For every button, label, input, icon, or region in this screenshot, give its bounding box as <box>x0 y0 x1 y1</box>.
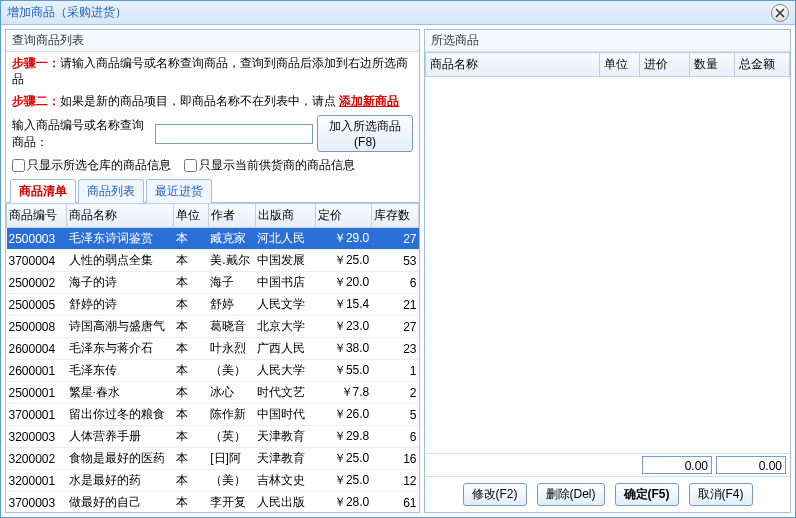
total-amount: 0.00 <box>716 456 786 474</box>
filter-warehouse[interactable]: 只显示所选仓库的商品信息 <box>12 157 171 174</box>
modify-button[interactable]: 修改(F2) <box>463 483 527 506</box>
column-header[interactable]: 商品编号 <box>7 204 67 228</box>
add-new-product-link[interactable]: 添加新商品 <box>339 94 399 108</box>
step1-label: 步骤一： <box>12 56 60 70</box>
table-row[interactable]: 2500003毛泽东诗词鉴赏本臧克家河北人民￥29.027 <box>7 228 419 250</box>
column-header[interactable]: 定价 <box>315 204 371 228</box>
search-panel: 查询商品列表 步骤一：请输入商品编号或名称查询商品，查询到商品后添加到右边所选商… <box>5 29 420 513</box>
product-grid[interactable]: 商品编号商品名称单位作者出版商定价库存数 2500003毛泽东诗词鉴赏本臧克家河… <box>6 203 419 512</box>
column-header[interactable]: 数量 <box>690 53 735 77</box>
search-row: 输入商品编号或名称查询商品： 加入所选商品(F8) <box>6 112 419 155</box>
table-row[interactable]: 2500002海子的诗本海子中国书店￥20.06 <box>7 272 419 294</box>
totals-row: 0.00 0.00 <box>425 453 790 476</box>
table-row[interactable]: 2500008诗国高潮与盛唐气本葛晓音北京大学￥23.027 <box>7 316 419 338</box>
search-label: 输入商品编号或名称查询商品： <box>12 117 151 151</box>
column-header[interactable]: 作者 <box>208 204 255 228</box>
column-header[interactable]: 进价 <box>640 53 690 77</box>
dialog-body: 查询商品列表 步骤一：请输入商品编号或名称查询商品，查询到商品后添加到右边所选商… <box>1 25 795 517</box>
total-qty: 0.00 <box>642 456 712 474</box>
column-header[interactable]: 总金额 <box>735 53 790 77</box>
step2: 步骤二：如果是新的商品项目，即商品名称不在列表中，请点 添加新商品 <box>6 90 419 112</box>
filter-supplier-checkbox[interactable] <box>184 159 197 172</box>
table-row[interactable]: 3200001水是最好的药本（美）吉林文史￥25.012 <box>7 470 419 492</box>
step1-text: 请输入商品编号或名称查询商品，查询到商品后添加到右边所选商品 <box>12 56 408 86</box>
search-panel-title: 查询商品列表 <box>6 30 419 52</box>
titlebar: 增加商品（采购进货） <box>1 1 795 25</box>
window-title: 增加商品（采购进货） <box>7 4 127 21</box>
close-button[interactable] <box>771 4 789 22</box>
table-row[interactable]: 2500001繁星·春水本冰心时代文艺￥7.82 <box>7 382 419 404</box>
table-row[interactable]: 3200003人体营养手册本（英）天津教育￥29.86 <box>7 426 419 448</box>
selected-panel: 所选商品 商品名称单位进价数量总金额 0.00 0.00 修改(F2) 删除(D… <box>424 29 791 513</box>
table-row[interactable]: 3700004人性的弱点全集本美.戴尔中国发展￥25.053 <box>7 250 419 272</box>
column-header[interactable]: 出版商 <box>255 204 315 228</box>
tab-recent-purchase[interactable]: 最近进货 <box>146 179 212 203</box>
table-row[interactable]: 2500005舒婷的诗本舒婷人民文学￥15.421 <box>7 294 419 316</box>
filter-warehouse-checkbox[interactable] <box>12 159 25 172</box>
step2-label: 步骤二： <box>12 94 60 108</box>
column-header[interactable]: 单位 <box>174 204 208 228</box>
search-input[interactable] <box>155 124 313 144</box>
tab-product-table[interactable]: 商品列表 <box>78 179 144 203</box>
dialog-window: 增加商品（采购进货） 查询商品列表 步骤一：请输入商品编号或名称查询商品，查询到… <box>0 0 796 518</box>
tabs: 商品清单 商品列表 最近进货 <box>6 178 419 203</box>
table-row[interactable]: 3700003做最好的自己本李开复人民出版￥28.061 <box>7 492 419 513</box>
button-row: 修改(F2) 删除(Del) 确定(F5) 取消(F4) <box>425 476 790 512</box>
table-row[interactable]: 3700001留出你过冬的粮食本陈作新中国时代￥26.05 <box>7 404 419 426</box>
table-row[interactable]: 2600001毛泽东传本（美）人民大学￥55.01 <box>7 360 419 382</box>
step2-text: 如果是新的商品项目，即商品名称不在列表中，请点 <box>60 94 336 108</box>
close-icon <box>775 8 785 18</box>
filter-row: 只显示所选仓库的商品信息 只显示当前供货商的商品信息 <box>6 155 419 176</box>
delete-button[interactable]: 删除(Del) <box>537 483 605 506</box>
column-header[interactable]: 单位 <box>600 53 640 77</box>
table-row[interactable]: 2600004毛泽东与蒋介石本叶永烈广西人民￥38.023 <box>7 338 419 360</box>
column-header[interactable]: 库存数 <box>371 204 418 228</box>
tab-product-list[interactable]: 商品清单 <box>10 179 76 203</box>
step1: 步骤一：请输入商品编号或名称查询商品，查询到商品后添加到右边所选商品 <box>6 52 419 90</box>
selected-panel-title: 所选商品 <box>425 30 790 52</box>
filter-supplier[interactable]: 只显示当前供货商的商品信息 <box>184 157 355 174</box>
table-row[interactable]: 3200002食物是最好的医药本[日]阿天津教育￥25.016 <box>7 448 419 470</box>
column-header[interactable]: 商品名称 <box>67 204 174 228</box>
cancel-button[interactable]: 取消(F4) <box>689 483 753 506</box>
add-selected-button[interactable]: 加入所选商品(F8) <box>317 115 413 152</box>
selected-grid[interactable]: 商品名称单位进价数量总金额 <box>425 52 790 453</box>
confirm-button[interactable]: 确定(F5) <box>615 483 679 506</box>
column-header[interactable]: 商品名称 <box>426 53 600 77</box>
